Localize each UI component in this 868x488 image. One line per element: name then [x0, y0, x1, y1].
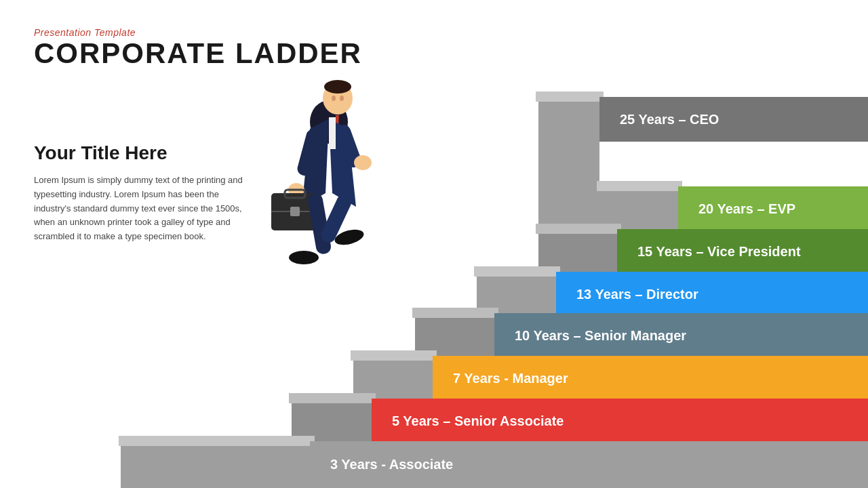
svg-point-3	[332, 96, 336, 101]
stair1-top	[597, 181, 682, 191]
step-label-2: 15 Years – Vice President	[637, 244, 801, 260]
step-band-4: 10 Years – Senior Manager	[494, 313, 868, 358]
step-band-3: 13 Years – Director	[556, 272, 868, 317]
step-band-0: 25 Years – CEO	[599, 97, 868, 142]
svg-point-2	[324, 80, 351, 94]
stair6-top	[289, 393, 376, 403]
stair5-top	[351, 350, 437, 361]
step-band-1: 20 Years – EVP	[678, 186, 868, 231]
presentation-label: Presentation Template	[34, 27, 362, 38]
left-content: Your Title Here Lorem Ipsum is simply du…	[34, 142, 244, 244]
step-band-2: 15 Years – Vice President	[617, 229, 868, 274]
stair7-top	[119, 436, 315, 446]
step-band-6: 5 Years – Senior Associate	[372, 399, 868, 443]
staircase-area: 25 Years – CEO20 Years – EVP15 Years – V…	[0, 0, 868, 488]
svg-point-4	[340, 96, 344, 101]
section-body: Lorem Ipsum is simply dummy text of the …	[34, 174, 244, 244]
svg-point-19	[289, 251, 319, 264]
figure-container	[224, 58, 427, 342]
stair0-top	[536, 92, 604, 102]
step-label-0: 25 Years – CEO	[620, 112, 719, 127]
step-band-7: 3 Years - Associate	[310, 441, 868, 488]
stair7-face	[121, 441, 310, 488]
step-label-1: 20 Years – EVP	[698, 201, 795, 217]
step-label-7: 3 Years - Associate	[330, 457, 453, 472]
stair2-top	[536, 224, 621, 234]
step-label-3: 13 Years – Director	[576, 287, 698, 302]
section-title: Your Title Here	[34, 142, 244, 164]
svg-marker-8	[329, 117, 336, 149]
svg-rect-14	[290, 207, 300, 216]
step-label-6: 5 Years – Senior Associate	[392, 413, 564, 429]
step-label-5: 7 Years - Manager	[453, 371, 568, 386]
svg-point-16	[354, 155, 372, 170]
step-band-5: 7 Years - Manager	[433, 356, 868, 401]
stair3-top	[474, 266, 560, 277]
step-label-4: 10 Years – Senior Manager	[515, 328, 686, 344]
